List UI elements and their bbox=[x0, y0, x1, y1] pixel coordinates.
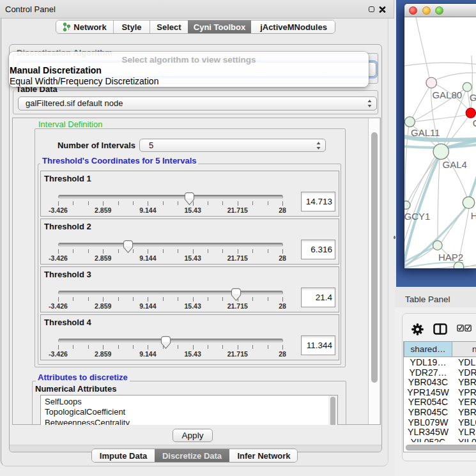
svg-text:H: H bbox=[471, 210, 476, 221]
svg-text:GAL11: GAL11 bbox=[411, 127, 440, 138]
svg-text:GA: GA bbox=[470, 92, 476, 103]
svg-text:GAL4: GAL4 bbox=[443, 159, 467, 170]
svg-text:HAP2: HAP2 bbox=[438, 252, 463, 263]
svg-text:C: C bbox=[473, 118, 476, 128]
svg-text:GAL80: GAL80 bbox=[432, 89, 462, 100]
svg-text:GCY1: GCY1 bbox=[404, 211, 430, 222]
